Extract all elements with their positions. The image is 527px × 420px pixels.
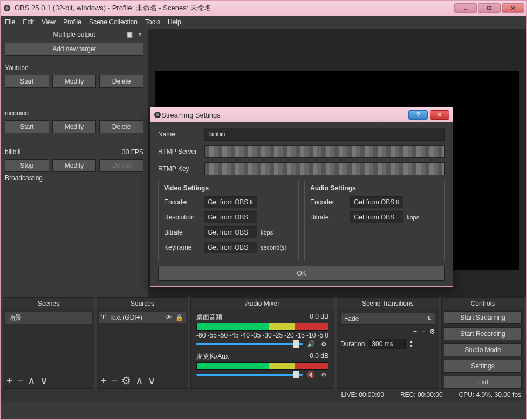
studio-mode-button[interactable]: Studio Mode	[444, 343, 522, 356]
status-cpu: CPU: 4.0%, 30.00 fps	[459, 391, 521, 398]
svg-rect-3	[488, 6, 491, 10]
menu-scene-collection[interactable]: Scene Collection	[89, 18, 138, 26]
sources-dock: Sources T Text (GDI+) 👁 🔒 + − ⚙ ∧ ∨	[97, 297, 188, 389]
transition-gear-icon[interactable]: ⚙	[429, 328, 435, 335]
start-streaming-button[interactable]: Start Streaming	[444, 311, 522, 324]
track-gear-icon[interactable]: ⚙	[319, 371, 328, 378]
video-settings-group: Video Settings EncoderGet from OBS⇅ Reso…	[158, 180, 299, 261]
source-up-icon[interactable]: ∧	[135, 375, 143, 386]
target-youtube-label: Youtube	[5, 64, 143, 72]
rtmp-server-input[interactable]	[204, 145, 445, 158]
menubar: File Edit View Profile Scene Collection …	[1, 16, 526, 29]
bilibili-status: Broadcasting	[5, 174, 143, 182]
video-encoder-select[interactable]: Get from OBS⇅	[204, 196, 257, 208]
dialog-titlebar[interactable]: Streaming Settings ? ✕	[150, 107, 453, 122]
obs-icon	[3, 4, 11, 12]
source-remove-icon[interactable]: −	[111, 375, 118, 386]
target-bilibili-label: bilibili	[5, 148, 20, 156]
controls-title: Controls	[442, 298, 524, 309]
audio-bitrate-unit: kbps	[407, 214, 439, 221]
volume-slider[interactable]	[196, 374, 303, 376]
minimize-button[interactable]	[454, 3, 477, 13]
dock-popout-icon[interactable]: ▣	[125, 31, 134, 38]
visibility-icon[interactable]: 👁	[166, 314, 172, 321]
scene-remove-icon[interactable]: −	[17, 375, 24, 386]
niconico-modify-button[interactable]: Modify	[52, 120, 97, 133]
resolution-label: Resolution	[164, 214, 201, 221]
menu-help[interactable]: Help	[168, 18, 181, 26]
duration-input[interactable]: 300 ms	[368, 339, 406, 349]
streaming-settings-dialog: Streaming Settings ? ✕ Name bilibili RTM…	[150, 107, 453, 287]
keyframe-unit: second(s)	[261, 244, 293, 251]
transition-remove-icon[interactable]: −	[421, 328, 425, 335]
rtmp-key-input[interactable]	[204, 162, 445, 175]
track-name: 桌面音频	[196, 313, 222, 322]
maximize-button[interactable]	[478, 3, 501, 13]
niconico-delete-button[interactable]: Delete	[99, 120, 143, 133]
bilibili-delete-button[interactable]: Delete	[99, 159, 143, 172]
exit-button[interactable]: Exit	[444, 376, 522, 389]
audio-settings-title: Audio Settings	[310, 184, 439, 192]
menu-edit[interactable]: Edit	[23, 18, 34, 26]
duration-label: Duration	[340, 340, 365, 348]
lock-icon[interactable]: 🔒	[175, 314, 183, 321]
scene-up-icon[interactable]: ∧	[28, 375, 36, 386]
scenes-title: Scenes	[3, 298, 94, 309]
add-target-button[interactable]: Add new target	[5, 43, 143, 56]
controls-dock: Controls Start Streaming Start Recording…	[441, 297, 524, 389]
niconico-start-button[interactable]: Start	[5, 120, 49, 133]
settings-button[interactable]: Settings	[444, 360, 522, 373]
close-button[interactable]	[502, 3, 524, 13]
keyframe-input[interactable]: Get from OBS	[204, 242, 257, 253]
scene-down-icon[interactable]: ∨	[40, 375, 48, 386]
source-gear-icon[interactable]: ⚙	[121, 375, 131, 386]
bilibili-modify-button[interactable]: Modify	[52, 159, 97, 172]
ok-button[interactable]: OK	[158, 266, 445, 281]
menu-tools[interactable]: Tools	[145, 18, 160, 26]
source-add-icon[interactable]: +	[100, 375, 107, 386]
statusbar: LIVE: 00:00:00 REC: 00:00:00 CPU: 4.0%, …	[1, 389, 526, 401]
youtube-modify-button[interactable]: Modify	[52, 75, 97, 88]
scene-item[interactable]: 场景	[5, 312, 92, 324]
menu-profile[interactable]: Profile	[63, 18, 81, 26]
video-encoder-label: Encoder	[164, 198, 201, 206]
audio-meter	[196, 323, 328, 331]
transitions-dock: Scene Transitions Fade⇅ + − ⚙ Duration 3…	[337, 297, 439, 389]
name-input[interactable]: bilibili	[204, 128, 445, 141]
audio-encoder-select[interactable]: Get from OBS⇅	[350, 196, 403, 208]
dialog-help-button[interactable]: ?	[408, 110, 428, 120]
chevron-updown-icon: ⇅	[427, 316, 432, 321]
audio-bitrate-input[interactable]: Get from OBS	[350, 211, 403, 223]
bilibili-stop-button[interactable]: Stop	[5, 159, 49, 172]
dock-close-icon[interactable]: ×	[136, 31, 143, 38]
menu-file[interactable]: File	[5, 18, 15, 26]
mixer-track-desktop: 桌面音频0.0 dB -60-55-50-45-40-35-30-25-20-1…	[193, 312, 332, 351]
speaker-icon[interactable]: 🔊	[306, 340, 316, 348]
scene-add-icon[interactable]: +	[6, 375, 13, 386]
transition-add-icon[interactable]: +	[413, 328, 417, 335]
transition-select[interactable]: Fade⇅	[340, 313, 435, 325]
duration-down-icon[interactable]: ▼	[409, 344, 413, 348]
start-recording-button[interactable]: Start Recording	[444, 327, 522, 340]
window-title: OBS 25.0.1 (32-bit, windows) - Profile: …	[15, 3, 454, 13]
resolution-input[interactable]: Get from OBS	[204, 211, 257, 223]
youtube-start-button[interactable]: Start	[5, 75, 49, 88]
dialog-title: Streaming Settings	[161, 111, 408, 119]
source-down-icon[interactable]: ∨	[148, 375, 156, 386]
youtube-delete-button[interactable]: Delete	[99, 75, 143, 88]
mute-icon[interactable]: 🔇	[306, 371, 316, 378]
titlebar[interactable]: OBS 25.0.1 (32-bit, windows) - Profile: …	[1, 1, 526, 16]
track-gear-icon[interactable]: ⚙	[319, 340, 328, 348]
obs-icon	[154, 111, 161, 119]
svg-point-1	[5, 6, 9, 10]
name-label: Name	[158, 130, 200, 138]
video-bitrate-input[interactable]: Get from OBS	[204, 226, 257, 238]
source-item[interactable]: T Text (GDI+) 👁 🔒	[99, 312, 186, 323]
status-live: LIVE: 00:00:00	[341, 391, 384, 398]
volume-slider[interactable]	[196, 343, 303, 345]
menu-view[interactable]: View	[42, 18, 56, 26]
chevron-updown-icon: ⇅	[395, 199, 400, 205]
dialog-close-button[interactable]: ✕	[430, 110, 449, 120]
track-name: 麦克风/Aux	[196, 352, 229, 361]
audio-bitrate-label: Bitrate	[310, 214, 347, 221]
